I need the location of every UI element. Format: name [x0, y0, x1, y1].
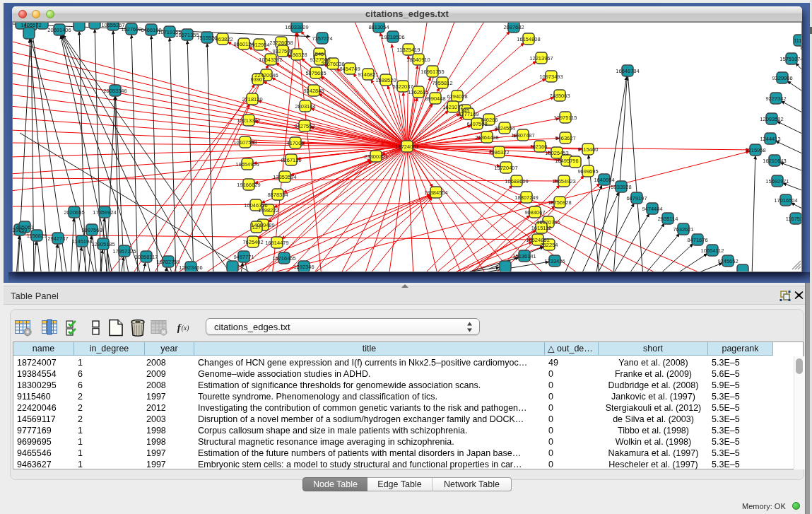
svg-text:(x): (x): [182, 325, 189, 332]
